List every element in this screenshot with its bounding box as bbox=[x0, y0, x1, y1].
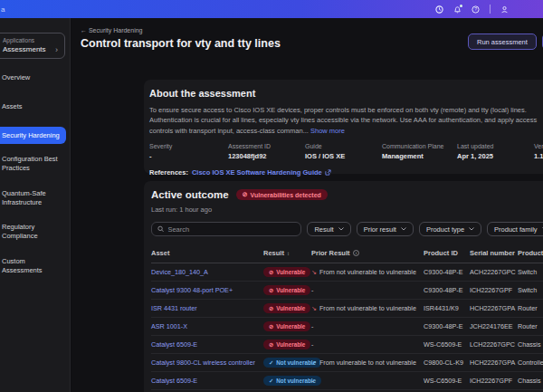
app-switcher[interactable]: Applications Assessments › bbox=[0, 33, 65, 59]
field-guide: Guide IOS / IOS XE bbox=[305, 143, 382, 160]
field-communication-plane: Communication Plane Management bbox=[382, 143, 457, 160]
column-label: Result bbox=[263, 249, 284, 257]
sidebar-item-custom-assessments[interactable]: Custom Assessments bbox=[0, 257, 70, 275]
table-row[interactable]: ISR 4431 router ⊘ Vulnerable ↘From not v… bbox=[151, 300, 543, 318]
sidebar-item-label: Assets bbox=[2, 102, 23, 110]
topbar: a ? bbox=[0, 0, 543, 18]
field-value: IOS / IOS XE bbox=[305, 152, 382, 160]
column-label: Asset bbox=[151, 249, 169, 257]
table-row[interactable]: Catalyst 6509-E ⊘ Vulnerable - WS-C6509-… bbox=[151, 336, 543, 354]
serial-number-cell: HCH22267GPA bbox=[470, 359, 518, 367]
table-row[interactable]: ASR 1001-X ⊘ Vulnerable - C9300-48P-E JC… bbox=[151, 318, 543, 336]
sidebar-item-security-hardening[interactable]: Security Hardening bbox=[0, 127, 66, 145]
sidebar-item-assets[interactable]: Assets bbox=[0, 102, 70, 111]
field-value: 123048fjd92 bbox=[228, 152, 305, 160]
column-header-product-type[interactable]: Product type i bbox=[518, 249, 543, 257]
column-header-serial-number[interactable]: Serial number i bbox=[470, 249, 518, 257]
result-badge: ⊘ Vulnerable bbox=[263, 267, 310, 277]
help-icon[interactable]: ? bbox=[472, 5, 480, 14]
table-body: Device_180_140_A ⊘ Vulnerable ↘From not … bbox=[151, 263, 543, 392]
field-label: Communication Plane bbox=[382, 143, 457, 149]
notifications-icon[interactable] bbox=[453, 5, 462, 14]
table-row[interactable]: Catalyst 6509-E ✓ Not vulnerable - WS-C6… bbox=[151, 372, 543, 390]
filter-dropdown-product-type[interactable]: Product type bbox=[419, 222, 481, 236]
asset-link[interactable]: Catalyst 9800-CL wireless controller bbox=[151, 359, 263, 367]
sidebar-item-label: Quantum-Safe Infrastructure bbox=[2, 189, 46, 206]
sidebar-item-regulatory-compliance[interactable]: Regulatory Compliance bbox=[0, 223, 70, 241]
chevron-down-icon bbox=[469, 227, 474, 231]
filter-toolbar: Result Prior result Product type Product… bbox=[151, 221, 543, 237]
field-assessment-id: Assessment ID 123048fjd92 bbox=[228, 143, 305, 160]
table-row[interactable]: Device_180_140_A ⊘ Vulnerable ↘From not … bbox=[151, 263, 543, 282]
field-label: Last updated bbox=[457, 143, 534, 149]
product-type-cell: Chassis bbox=[518, 377, 543, 385]
table-row[interactable]: Catalyst 9800-CL wireless controller ✓ N… bbox=[151, 354, 543, 372]
sidebar-item-quantum-safe-infrastructure[interactable]: Quantum-Safe Infrastructure bbox=[0, 189, 70, 207]
about-assessment-card: About the assessment To ensure secure ac… bbox=[144, 80, 543, 174]
field-version: Version 1.1 bbox=[534, 143, 543, 160]
trend-icon: ↘ bbox=[311, 305, 317, 311]
assessment-fields: Severity - Assessment ID 123048fjd92 Gui… bbox=[149, 143, 543, 160]
sidebar-item-label: Security Hardening bbox=[2, 131, 60, 139]
column-header-result[interactable]: Result ↕ i bbox=[263, 249, 311, 257]
column-label: Serial number bbox=[470, 249, 515, 257]
active-outcome-card: Active outcome ⊘ Vulnerabilities detecte… bbox=[144, 181, 543, 392]
field-label: Version bbox=[534, 143, 543, 149]
asset-link[interactable]: ISR 4431 router bbox=[151, 304, 263, 312]
column-header-asset[interactable]: Asset i bbox=[151, 249, 263, 257]
product-id-cell: C9800-CL-K9 bbox=[424, 359, 470, 367]
asset-link[interactable]: Catalyst 6509-E bbox=[151, 340, 263, 349]
reference-link[interactable]: Cisco IOS XE Software Hardening Guide bbox=[192, 168, 331, 177]
show-more-link[interactable]: Show more bbox=[310, 127, 345, 135]
search-box[interactable] bbox=[151, 222, 301, 236]
sidebar-item-label: Overview bbox=[2, 73, 30, 81]
product-id-cell: C9300-48P-E bbox=[424, 286, 470, 294]
result-badge: ⊘ Vulnerable bbox=[263, 303, 310, 313]
dropdown-label: Product family bbox=[494, 225, 538, 234]
chevron-right-icon: › bbox=[55, 47, 58, 53]
asset-link[interactable]: Catalyst 9300 48-port POE+ bbox=[151, 286, 263, 294]
filter-dropdown-result[interactable]: Result bbox=[307, 222, 350, 236]
field-last-updated: Last updated Apr 1, 2025 bbox=[457, 143, 534, 160]
field-label: Severity bbox=[149, 143, 228, 149]
result-badge: ⊘ Vulnerable bbox=[263, 339, 310, 349]
product-type-cell: Chassis bbox=[518, 340, 543, 349]
sidebar-item-configuration-best-practices[interactable]: Configuration Best Practices bbox=[0, 155, 70, 173]
field-value: 1.1 bbox=[534, 152, 543, 160]
app-switcher-label: Applications bbox=[3, 37, 58, 43]
filter-dropdown-prior-result[interactable]: Prior result bbox=[357, 222, 414, 236]
field-label: Guide bbox=[305, 143, 382, 149]
search-input[interactable] bbox=[167, 225, 295, 234]
column-header-product-id[interactable]: Product ID i bbox=[424, 249, 470, 257]
result-state-icon: ⊘ bbox=[269, 323, 273, 330]
sort-icon[interactable]: ↕ bbox=[287, 251, 290, 256]
user-icon[interactable] bbox=[500, 5, 509, 14]
asset-link[interactable]: Device_180_140_A bbox=[151, 268, 263, 276]
about-description: To ensure secure access to Cisco IOS XE … bbox=[149, 105, 540, 136]
last-run-text: Last run: 1 hour ago bbox=[151, 206, 543, 214]
column-header-prior-result[interactable]: Prior Result i bbox=[311, 249, 424, 257]
breadcrumb[interactable]: ← Security Hardening bbox=[81, 27, 543, 33]
dropdown-label: Prior result bbox=[364, 225, 396, 234]
filter-dropdown-product-family[interactable]: Product family bbox=[487, 222, 543, 236]
product-type-cell: Switch bbox=[518, 268, 543, 276]
run-assessment-button[interactable]: Run assessment bbox=[468, 33, 537, 50]
serial-number-cell: HCH22267GPA bbox=[470, 304, 518, 312]
sidebar-item-overview[interactable]: Overview bbox=[0, 73, 70, 82]
chevron-down-icon bbox=[338, 227, 344, 231]
info-icon[interactable]: i bbox=[353, 250, 359, 256]
asset-link[interactable]: ASR 1001-X bbox=[151, 322, 263, 330]
sidebar-nav: Overview Assets Security Hardening Confi… bbox=[0, 73, 70, 294]
search-icon bbox=[157, 225, 164, 233]
back-arrow-icon: ← bbox=[81, 27, 87, 33]
serial-number-cell: ACH22267GPC bbox=[470, 268, 518, 276]
result-state-icon: ⊘ bbox=[269, 287, 273, 293]
asset-link[interactable]: Catalyst 6509-E bbox=[151, 377, 263, 385]
product-type-cell: Router bbox=[518, 322, 543, 330]
result-badge: ⊘ Vulnerable bbox=[263, 321, 310, 331]
history-icon[interactable] bbox=[435, 5, 443, 14]
results-table: Asset i Result ↕ i Prior Result i Produc… bbox=[151, 245, 543, 392]
table-row[interactable]: Catalyst 9300 48-port POE+ ⊘ Vulnerable … bbox=[151, 282, 543, 300]
result-state-icon: ✓ bbox=[269, 359, 273, 366]
sidebar-item-label: Custom Assessments bbox=[2, 257, 43, 274]
